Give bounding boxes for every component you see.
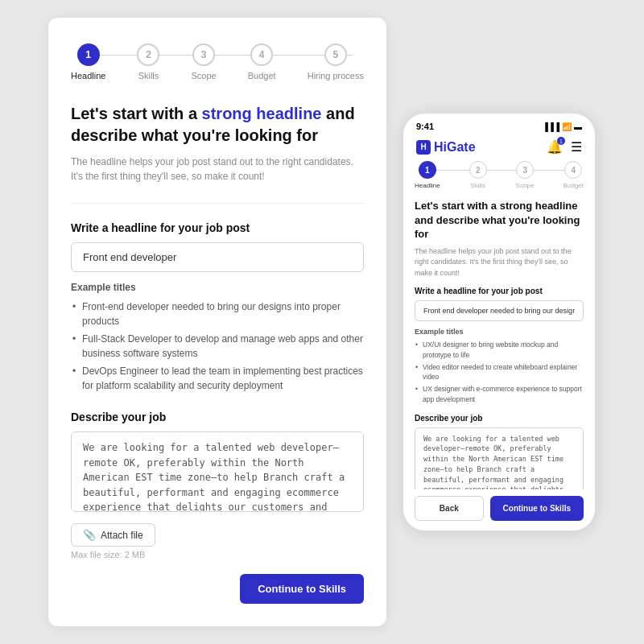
notification-bell[interactable]: 🔔 1	[547, 139, 563, 155]
mobile-step-1-label: Headline	[415, 182, 440, 189]
mobile-step-2-label: Skills	[470, 182, 485, 189]
status-bar: 9:41 ▐▐▐ 📶 ▬	[403, 114, 595, 134]
headline-highlight: strong headline	[202, 105, 322, 122]
mobile-step-3-circle: 3	[516, 161, 534, 179]
mobile-step-3-label: Scope	[516, 182, 535, 189]
divider	[71, 203, 364, 204]
step-2-circle: 2	[137, 43, 159, 66]
headline-input[interactable]	[71, 242, 364, 272]
step-5-circle: 5	[324, 43, 347, 66]
notification-badge: 1	[557, 137, 565, 145]
headline-part1: Let's start with a	[71, 105, 202, 122]
step-1-circle: 1	[77, 43, 100, 66]
logo-icon: H	[416, 140, 431, 155]
example-list: Front-end developer needed to bring our …	[71, 298, 364, 394]
list-item: UX designer with e-commerce experience t…	[415, 383, 584, 406]
mobile-headline-input[interactable]	[415, 300, 584, 321]
page-headline: Let's start with a strong headline and d…	[71, 103, 364, 147]
step-4[interactable]: 4 Budget	[248, 43, 276, 80]
mobile-describe-textarea[interactable]: We are looking for a talented web develo…	[415, 427, 584, 489]
step-1-label: Headline	[71, 71, 105, 80]
mobile-step-4[interactable]: 4 Budget	[564, 161, 584, 189]
mobile-content: 1 Headline 2 Skills 3 Scope 4 Budget Let…	[403, 161, 595, 489]
battery-icon: ▬	[574, 122, 582, 131]
step-3[interactable]: 3 Scope	[192, 43, 217, 80]
mobile-step-2[interactable]: 2 Skills	[469, 161, 487, 189]
step-3-label: Scope	[192, 71, 217, 80]
mobile-step-1[interactable]: 1 Headline	[415, 161, 440, 189]
file-max-text: Max file size: 2 MB	[71, 550, 364, 559]
list-item: Full-Stack Developer to develop and mana…	[71, 330, 364, 362]
step-1[interactable]: 1 Headline	[71, 43, 105, 80]
paperclip-icon: 📎	[83, 529, 96, 541]
list-item: Video editor needed to create whiteboard…	[415, 361, 584, 384]
mobile-back-button[interactable]: Back	[415, 496, 484, 521]
step-5[interactable]: 5 Hiring process	[308, 43, 364, 80]
mobile-step-3[interactable]: 3 Scope	[516, 161, 535, 189]
mobile-example-list: UX/UI designer to bring website mockup a…	[415, 339, 584, 406]
header-icons: 🔔 1 ☰	[547, 139, 582, 155]
step-3-circle: 3	[192, 43, 215, 66]
mobile-header: H HiGate 🔔 1 ☰	[403, 134, 595, 161]
mobile-subtitle: The headline helps your job post stand o…	[415, 246, 584, 279]
steps-bar: 1 Headline 2 Skills 3 Scope 4 Budget 5 H…	[71, 43, 364, 80]
example-titles-label: Example titles	[71, 282, 364, 293]
write-headline-label: Write a headline for your job post	[71, 221, 364, 234]
list-item: DevOps Engineer to lead the team in impl…	[71, 362, 364, 394]
mobile-headline: Let's start with a strong headline and d…	[415, 199, 584, 242]
continue-button[interactable]: Continue to Skills	[240, 574, 364, 604]
signal-icon: ▐▐▐	[543, 122, 559, 131]
step-5-label: Hiring process	[308, 71, 364, 80]
mobile-footer: Back Continue to Skills	[403, 489, 595, 530]
step-4-circle: 4	[250, 43, 273, 66]
menu-icon[interactable]: ☰	[571, 139, 582, 155]
mobile-panel: 9:41 ▐▐▐ 📶 ▬ H HiGate 🔔 1 ☰ 1 Headline	[402, 113, 596, 531]
step-4-label: Budget	[248, 71, 276, 80]
attach-label: Attach file	[101, 530, 143, 541]
mobile-steps: 1 Headline 2 Skills 3 Scope 4 Budget	[415, 161, 584, 189]
mobile-describe-label: Describe your job	[415, 414, 584, 423]
step-2[interactable]: 2 Skills	[137, 43, 159, 80]
mobile-step-2-circle: 2	[469, 161, 487, 179]
list-item: UX/UI designer to bring website mockup a…	[415, 339, 584, 361]
wifi-icon: 📶	[562, 122, 572, 131]
mobile-continue-button[interactable]: Continue to Skills	[490, 496, 584, 521]
mobile-step-1-circle: 1	[419, 161, 436, 179]
attach-file-button[interactable]: 📎 Attach file	[71, 523, 155, 547]
step-2-label: Skills	[138, 71, 159, 80]
status-time: 9:41	[416, 122, 434, 131]
page-subtitle: The headline helps your job post stand o…	[71, 155, 364, 184]
mobile-write-label: Write a headline for your job post	[415, 287, 584, 295]
mobile-step-4-label: Budget	[564, 182, 584, 189]
status-icons: ▐▐▐ 📶 ▬	[543, 122, 582, 131]
describe-job-label: Describe your job	[71, 411, 364, 423]
describe-job-textarea[interactable]: We are looking for a talented web develo…	[71, 431, 364, 512]
logo-text: HiGate	[434, 140, 476, 155]
mobile-logo: H HiGate	[416, 140, 476, 155]
desktop-panel: 1 Headline 2 Skills 3 Scope 4 Budget 5 H…	[48, 18, 386, 626]
list-item: Front-end developer needed to bring our …	[71, 298, 364, 330]
mobile-example-label: Example titles	[415, 328, 584, 336]
mobile-step-4-circle: 4	[564, 161, 582, 179]
